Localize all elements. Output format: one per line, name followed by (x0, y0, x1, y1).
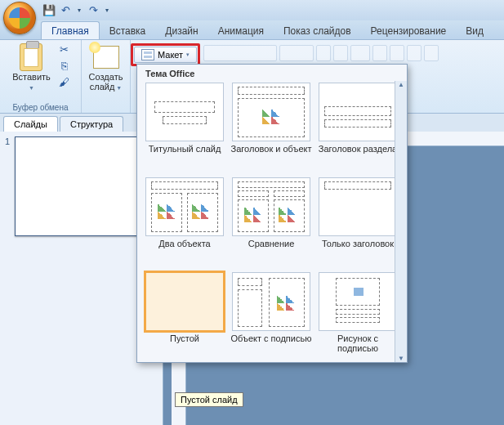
gallery-scrollbar[interactable]: ▲▼ (395, 81, 407, 362)
new-slide-button[interactable]: Создать слайд ▼ (86, 42, 127, 95)
layout-gallery: Тема Office Титульный слайд Заголовок и … (136, 64, 408, 363)
layout-picture-caption-label: Рисунок с подписью (317, 333, 399, 353)
gallery-theme-label: Тема Office (137, 65, 407, 81)
layout-picture-caption[interactable]: Рисунок с подписью (317, 272, 399, 362)
layout-label: Макет (158, 50, 183, 60)
layout-button[interactable]: Макет ▾ (134, 47, 197, 63)
copy-icon[interactable]: ⎘ (57, 59, 72, 72)
office-button[interactable] (3, 2, 36, 34)
chevron-down-icon: ▼ (29, 85, 34, 91)
layout-title-slide[interactable]: Титульный слайд (144, 83, 225, 176)
chevron-down-icon: ▼ (114, 85, 122, 91)
tab-home[interactable]: Главная (41, 21, 100, 39)
layout-content-caption-label: Объект с подписью (231, 333, 312, 353)
redo-icon[interactable]: ↷ (87, 4, 100, 17)
tab-insert[interactable]: Вставка (100, 22, 156, 39)
layout-two-content[interactable]: Два объекта (144, 177, 225, 271)
new-slide-icon (93, 46, 119, 69)
tooltip-blank-slide: Пустой слайд (175, 392, 243, 407)
layout-section-header-label: Заголовок раздела (319, 144, 397, 163)
layout-two-content-label: Два объекта (158, 239, 210, 258)
layout-blank[interactable]: Пустой (144, 272, 225, 362)
layout-icon (141, 49, 154, 60)
ribbon-tabs: Главная Вставка Дизайн Анимация Показ сл… (0, 20, 504, 40)
clipboard-icon (20, 43, 42, 71)
layout-title-content[interactable]: Заголовок и объект (230, 83, 312, 176)
layout-comparison-label: Сравнение (248, 239, 295, 258)
qat-customize-icon[interactable]: ▾ (103, 4, 111, 17)
layout-button-highlight: Макет ▾ (131, 43, 200, 66)
clipboard-group-label: Буфер обмена (0, 103, 81, 112)
layout-comparison[interactable]: Сравнение (230, 177, 312, 271)
undo-dropdown-icon[interactable]: ▾ (75, 4, 83, 17)
paste-label: Вставить (12, 72, 51, 82)
layout-title-only[interactable]: Только заголовок (317, 177, 399, 271)
layout-section-header[interactable]: Заголовок раздела (317, 83, 399, 176)
scroll-down-icon[interactable]: ▼ (398, 355, 404, 362)
layout-title-slide-label: Титульный слайд (149, 144, 221, 163)
slide-thumbnail-1[interactable] (15, 136, 154, 236)
tab-design[interactable]: Дизайн (155, 22, 207, 39)
layout-title-only-label: Только заголовок (322, 239, 394, 258)
chevron-down-icon: ▾ (186, 51, 190, 58)
layout-content-caption[interactable]: Объект с подписью (230, 272, 312, 362)
pane-tab-outline[interactable]: Структура (60, 116, 123, 132)
pane-tab-slides[interactable]: Слайды (3, 116, 58, 132)
scroll-up-icon[interactable]: ▲ (398, 81, 404, 88)
tab-animation[interactable]: Анимация (208, 22, 274, 39)
layout-title-content-label: Заголовок и объект (231, 144, 312, 163)
cut-icon[interactable]: ✂ (57, 42, 72, 56)
undo-icon[interactable]: ↶ (59, 4, 72, 17)
format-painter-icon[interactable]: 🖌 (57, 75, 72, 88)
layout-blank-label: Пустой (170, 333, 199, 353)
save-icon[interactable]: 💾 (42, 4, 56, 17)
slide-number: 1 (5, 136, 10, 236)
tab-slideshow[interactable]: Показ слайдов (274, 22, 361, 39)
tab-review[interactable]: Рецензирование (361, 22, 457, 39)
paste-button[interactable]: Вставить▼ (9, 42, 54, 95)
tab-view[interactable]: Вид (456, 22, 493, 39)
